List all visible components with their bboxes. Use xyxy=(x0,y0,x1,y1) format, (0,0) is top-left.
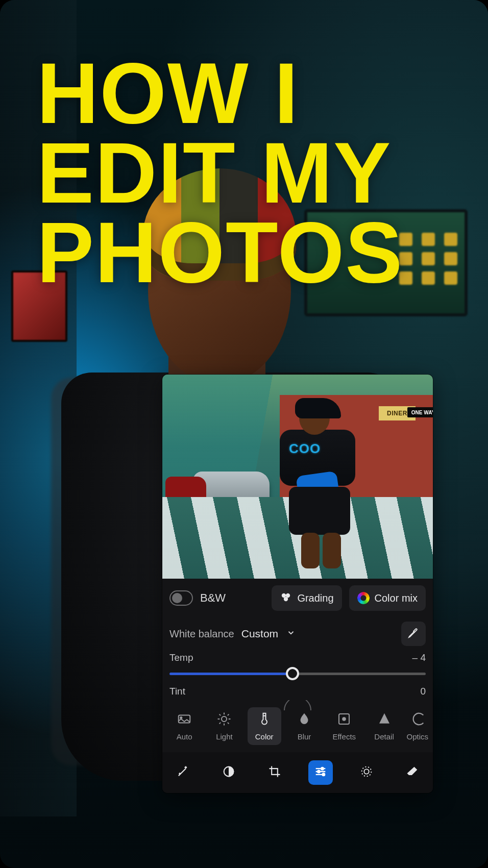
colormix-button[interactable]: Color mix xyxy=(349,585,426,611)
effects-icon xyxy=(336,711,352,728)
heal-icon xyxy=(359,764,374,781)
whitebalance-value: Custom xyxy=(241,628,278,639)
bw-label: B&W xyxy=(200,591,264,605)
tool-crop[interactable] xyxy=(262,760,287,785)
category-effects[interactable]: Effects xyxy=(327,707,361,745)
temp-slider[interactable] xyxy=(169,668,426,679)
svg-point-2 xyxy=(284,597,288,601)
eyedropper-icon xyxy=(407,627,420,641)
category-blur[interactable]: Blur xyxy=(287,707,321,745)
category-auto-label: Auto xyxy=(177,732,192,741)
crop-icon xyxy=(267,764,282,781)
category-detail[interactable]: Detail xyxy=(368,707,401,745)
photo-editor-overlay: DINER ONE WAY COO B&W Grading xyxy=(162,375,433,793)
tool-erase[interactable] xyxy=(400,760,425,785)
shirt-text: COO xyxy=(289,441,321,457)
temp-slider-thumb[interactable] xyxy=(286,667,299,680)
hue-ring-icon xyxy=(357,592,370,604)
temp-value: – 4 xyxy=(412,652,426,663)
category-detail-label: Detail xyxy=(374,732,394,741)
temp-label: Temp xyxy=(169,652,193,663)
light-icon xyxy=(216,711,232,728)
eyedropper-button[interactable] xyxy=(401,622,426,646)
oneway-sign: ONE WAY xyxy=(407,407,433,417)
blur-icon xyxy=(297,711,312,728)
tool-adjust[interactable] xyxy=(308,760,333,785)
edit-preview[interactable]: DINER ONE WAY COO xyxy=(162,375,433,579)
category-auto[interactable]: Auto xyxy=(167,707,201,745)
svg-point-13 xyxy=(362,767,372,777)
svg-point-7 xyxy=(343,717,346,721)
svg-point-5 xyxy=(222,716,227,722)
bottom-toolbar xyxy=(162,752,433,793)
category-optics-label: Optics xyxy=(407,732,429,741)
grading-icon xyxy=(280,591,292,606)
svg-point-9 xyxy=(321,767,324,770)
category-light[interactable]: Light xyxy=(207,707,241,745)
magic-wand-icon xyxy=(176,764,190,781)
svg-point-11 xyxy=(323,774,325,776)
tool-heal[interactable] xyxy=(354,760,379,785)
category-color-label: Color xyxy=(255,732,274,741)
colormix-label: Color mix xyxy=(375,592,418,604)
category-blur-label: Blur xyxy=(298,732,311,741)
bw-toggle[interactable] xyxy=(169,590,193,606)
svg-point-10 xyxy=(318,771,320,773)
optics-icon xyxy=(410,711,425,728)
tint-value: 0 xyxy=(420,686,426,697)
category-effects-label: Effects xyxy=(332,732,356,741)
sliders-icon xyxy=(313,764,328,781)
tint-label: Tint xyxy=(169,686,185,697)
chevron-down-icon xyxy=(286,628,296,639)
color-icon xyxy=(257,711,272,728)
category-light-label: Light xyxy=(216,732,233,741)
auto-icon xyxy=(177,711,192,728)
svg-point-12 xyxy=(364,769,369,774)
tool-magic[interactable] xyxy=(170,760,195,785)
svg-point-4 xyxy=(180,717,182,718)
whitebalance-label: White balance xyxy=(169,628,234,640)
whitebalance-dropdown[interactable]: Custom xyxy=(241,628,296,640)
detail-icon xyxy=(377,711,392,728)
tool-mask[interactable] xyxy=(216,760,241,785)
mask-icon xyxy=(222,764,236,781)
headline-text: HOW I EDIT MY PHOTOS xyxy=(37,54,468,293)
grading-label: Grading xyxy=(297,592,333,604)
subject-person: COO xyxy=(259,401,361,569)
eraser-icon xyxy=(405,764,420,781)
grading-button[interactable]: Grading xyxy=(272,585,341,611)
category-color[interactable]: Color xyxy=(248,707,281,745)
category-optics[interactable]: Optics xyxy=(407,707,428,745)
